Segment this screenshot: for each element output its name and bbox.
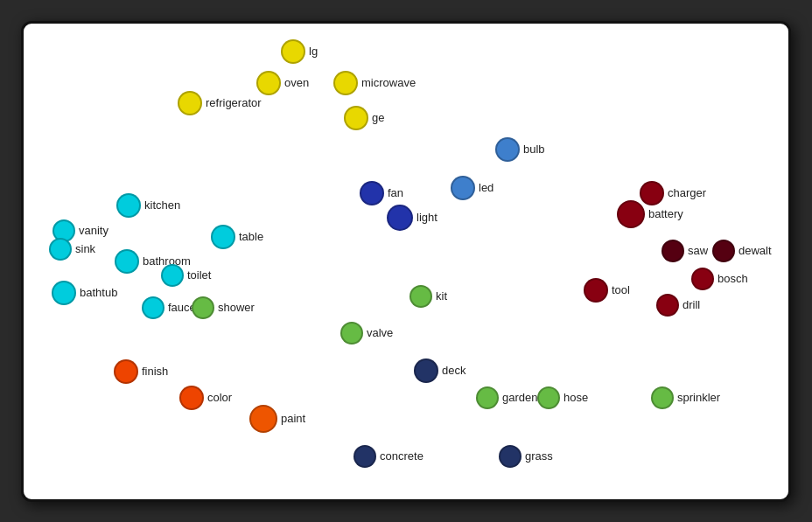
label-drill: drill (682, 298, 700, 311)
label-deck: deck (442, 364, 466, 377)
node-refrigerator: refrigerator (178, 91, 262, 115)
node-microwave: microwave (333, 71, 416, 95)
dot-lg (281, 39, 305, 64)
label-tool: tool (612, 283, 630, 296)
dot-fan (360, 181, 384, 205)
dot-bathtub (52, 281, 76, 305)
label-toilet: toilet (187, 268, 211, 282)
node-kitchen: kitchen (116, 193, 180, 218)
dot-paint (249, 405, 277, 433)
label-microwave: microwave (361, 76, 416, 89)
node-sink: sink (49, 238, 95, 261)
label-oven: oven (284, 76, 309, 89)
dot-hose (537, 386, 560, 409)
label-hose: hose (564, 391, 588, 404)
node-bosch: bosch (691, 268, 748, 290)
dot-grass (499, 445, 522, 468)
label-kit: kit (436, 289, 447, 303)
node-deck: deck (414, 358, 466, 383)
label-grass: grass (525, 449, 553, 463)
node-oven: oven (256, 71, 309, 95)
scatter-chart: lgovenrefrigeratormicrowavegebulbledfanl… (21, 21, 791, 502)
node-fan: fan (360, 181, 403, 205)
dot-tool (584, 278, 608, 303)
node-lg: lg (281, 39, 318, 64)
node-paint: paint (249, 405, 305, 433)
dot-concrete (354, 445, 376, 468)
node-faucet: faucet (142, 296, 199, 319)
dot-bathroom (115, 249, 139, 274)
dot-finish (114, 359, 138, 384)
dot-shower (192, 296, 214, 319)
dot-saw (662, 240, 684, 262)
label-valve: valve (367, 326, 393, 339)
label-dewalt: dewalt (738, 244, 772, 257)
dot-sprinkler (651, 386, 674, 409)
label-sprinkler: sprinkler (677, 391, 720, 404)
node-led: led (451, 176, 494, 200)
dot-dewalt (712, 240, 735, 262)
dot-toilet (161, 264, 184, 287)
label-light: light (416, 211, 438, 224)
dot-microwave (333, 71, 358, 95)
node-shower: shower (192, 296, 255, 319)
dot-deck (414, 358, 438, 383)
dot-sink (49, 238, 72, 261)
dot-battery (617, 200, 645, 228)
dot-valve (340, 322, 363, 345)
dot-bosch (691, 268, 714, 290)
dot-kit (410, 285, 432, 308)
dot-kitchen (116, 193, 141, 218)
node-valve: valve (340, 322, 393, 345)
node-toilet: toilet (161, 264, 211, 287)
label-fan: fan (388, 186, 403, 199)
node-finish: finish (114, 359, 168, 384)
label-battery: battery (648, 207, 683, 220)
node-kit: kit (410, 285, 447, 308)
node-garden: garden (476, 386, 537, 409)
label-paint: paint (281, 412, 305, 425)
node-ge: ge (344, 106, 384, 130)
label-bulb: bulb (523, 143, 545, 156)
label-bathtub: bathtub (80, 286, 117, 299)
label-garden: garden (502, 391, 537, 404)
label-charger: charger (668, 186, 706, 199)
node-bulb: bulb (495, 137, 545, 162)
node-hose: hose (537, 386, 588, 409)
node-table: table (211, 225, 263, 249)
label-led: led (479, 181, 494, 194)
label-ge: ge (372, 111, 384, 124)
label-color: color (207, 391, 232, 404)
node-battery: battery (617, 200, 683, 228)
dot-bulb (495, 137, 520, 162)
label-table: table (239, 230, 263, 243)
label-saw: saw (688, 244, 708, 257)
label-sink: sink (75, 242, 95, 255)
dot-garden (476, 386, 499, 409)
dot-led (451, 176, 475, 200)
dot-light (387, 205, 413, 231)
node-sprinkler: sprinkler (651, 386, 720, 409)
node-saw: saw (662, 240, 708, 262)
node-concrete: concrete (354, 445, 424, 468)
label-lg: lg (309, 45, 318, 58)
label-concrete: concrete (380, 449, 424, 463)
label-refrigerator: refrigerator (206, 96, 262, 109)
label-shower: shower (218, 301, 255, 314)
node-color: color (179, 386, 232, 410)
node-light: light (387, 205, 438, 231)
dot-drill (656, 294, 679, 317)
dot-faucet (142, 296, 164, 319)
dot-refrigerator (178, 91, 202, 115)
dot-color (179, 386, 204, 410)
node-tool: tool (584, 278, 630, 303)
label-bosch: bosch (718, 272, 748, 285)
label-kitchen: kitchen (144, 198, 180, 212)
dot-table (211, 225, 235, 249)
node-dewalt: dewalt (712, 240, 772, 262)
node-grass: grass (499, 445, 553, 468)
node-bathtub: bathtub (52, 281, 117, 305)
node-drill: drill (656, 294, 700, 317)
label-vanity: vanity (79, 224, 108, 237)
label-finish: finish (142, 365, 168, 378)
